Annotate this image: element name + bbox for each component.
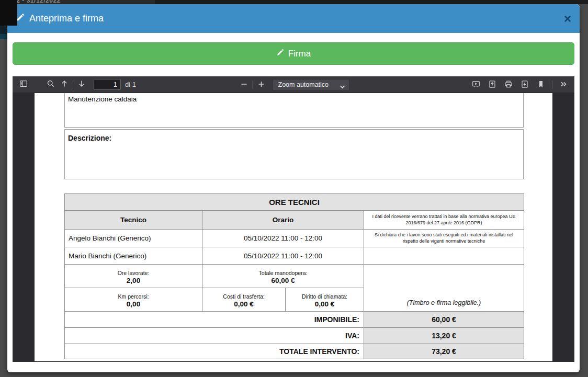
ore-lavorate-cell: Ore lavorate: 2,00 [65, 265, 202, 288]
service-name: Manutenzione caldaia [68, 95, 137, 103]
costi-trasferta-value: 0,00 € [202, 300, 285, 308]
print-button[interactable] [502, 78, 515, 92]
search-icon [47, 79, 55, 89]
zoom-out-button[interactable] [238, 78, 251, 92]
save-button[interactable] [518, 78, 532, 92]
background-top-bar: /2022 - 31/12/2022 [0, 0, 588, 4]
plus-icon [257, 80, 266, 90]
diritto-chiamata-label: Diritto di chiamata: [286, 292, 364, 300]
pdf-page: Manutenzione caldaia Descrizione: ORE TE… [35, 93, 552, 361]
costi-trasferta-cell: Costi di trasferta: 0,00 € [202, 288, 286, 312]
page-count-label: di 1 [125, 81, 136, 88]
totale-manodopera-label: Totale manodopera: [202, 268, 364, 276]
zoom-in-button[interactable] [255, 78, 268, 92]
pdf-viewer: di 1 Zoom automatico [13, 76, 574, 362]
diritto-chiamata-cell: Diritto di chiamata: 0,00 € [286, 288, 364, 312]
tech-schedule: 05/10/2022 11:00 - 12:00 [202, 247, 364, 265]
modal-body: Firma [7, 33, 580, 372]
pencil-icon [276, 49, 284, 59]
ore-lavorate-value: 2,00 [65, 276, 202, 284]
costi-trasferta-label: Costi di trasferta: [202, 292, 285, 300]
ore-lavorate-label: Ore lavorate: [65, 268, 202, 276]
sign-button[interactable]: Firma [13, 42, 574, 65]
summary-label: IMPONIBILE: [65, 312, 364, 328]
summary-label: IVA: [65, 328, 364, 344]
print-icon [504, 80, 513, 90]
chevron-down-icon [340, 83, 345, 87]
summary-value: 60,00 € [364, 312, 524, 328]
modal-header: Anteprima e firma × [7, 4, 580, 33]
compliance-note: Si dichiara che i lavori sono stati eseg… [364, 230, 524, 247]
open-file-icon [488, 80, 496, 90]
preview-sign-modal: Anteprima e firma × Firma [7, 4, 580, 372]
summary-row: TOTALE INTERVENTO: 73,20 € [65, 344, 524, 359]
modal-title: Anteprima e firma [16, 13, 104, 25]
km-percorsi-value: 0,00 [65, 300, 202, 308]
summary-label: TOTALE INTERVENTO: [65, 344, 364, 359]
summary-row: IMPONIBILE: 60,00 € [65, 312, 524, 328]
more-tools-button[interactable] [557, 78, 570, 92]
description-label: Descrizione: [68, 134, 111, 142]
page-number-input[interactable] [94, 79, 121, 90]
totale-manodopera-cell: Totale manodopera: 60,00 € [202, 265, 364, 288]
find-button[interactable] [44, 78, 58, 92]
hours-table: ORE TECNICI Tecnico Orario I dati del ri… [64, 193, 524, 359]
sidebar-toggle-button[interactable] [17, 78, 30, 92]
tech-name: Angelo Bianchi (Generico) [65, 230, 202, 247]
open-file-button[interactable] [485, 78, 499, 92]
sidebar-toggle-icon [19, 79, 28, 89]
tech-name: Mario Bianchi (Generico) [65, 247, 202, 265]
pdf-canvas: Manutenzione caldaia Descrizione: ORE TE… [13, 93, 574, 361]
minus-icon [240, 80, 248, 90]
gdpr-note: I dati del ricevente verrano trattati in… [364, 211, 524, 230]
bookmark-icon [537, 80, 545, 90]
zoom-select[interactable]: Zoom automatico [273, 79, 350, 91]
presentation-mode-button[interactable] [469, 78, 483, 92]
close-button[interactable]: × [564, 13, 571, 25]
diritto-chiamata-value: 0,00 € [286, 300, 364, 308]
km-percorsi-label: Km percorsi: [65, 292, 202, 300]
table-row: Angelo Bianchi (Generico) 05/10/2022 11:… [65, 230, 524, 247]
totale-manodopera-value: 60,00 € [202, 276, 364, 284]
timbro-note: (Timbro e firma leggibile.) [364, 265, 524, 312]
download-icon [521, 80, 529, 90]
col-header-tecnico: Tecnico [65, 211, 202, 230]
background-fragment [0, 0, 17, 26]
summary-row: IVA: 13,20 € [65, 328, 524, 344]
empty-cell [364, 247, 524, 265]
summary-value: 13,20 € [364, 328, 524, 344]
presentation-icon [472, 80, 480, 90]
page-up-button[interactable] [58, 78, 71, 92]
table-row: Mario Bianchi (Generico) 05/10/2022 11:0… [65, 247, 524, 265]
date-range-fragment: /2022 - 31/12/2022 [0, 0, 155, 4]
col-header-orario: Orario [202, 211, 364, 230]
table-title: ORE TECNICI [65, 194, 524, 211]
summary-value: 73,20 € [364, 344, 524, 359]
service-name-box: Manutenzione caldaia [64, 93, 524, 128]
double-chevron-right-icon [559, 80, 568, 90]
arrow-up-icon [60, 79, 69, 89]
arrow-down-icon [77, 79, 86, 89]
km-percorsi-cell: Km percorsi: 0,00 [65, 288, 202, 312]
pdf-toolbar: di 1 Zoom automatico [13, 76, 574, 93]
tech-schedule: 05/10/2022 11:00 - 12:00 [202, 230, 364, 247]
page-down-button[interactable] [75, 78, 88, 92]
bookmark-button[interactable] [534, 78, 548, 92]
description-box: Descrizione: [64, 129, 524, 179]
